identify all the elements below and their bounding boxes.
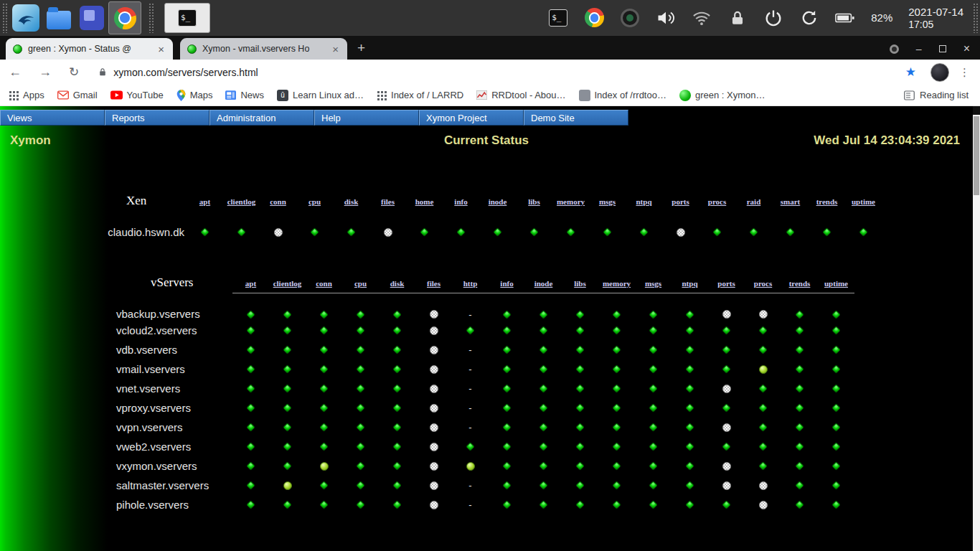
status-clear-icon[interactable] bbox=[722, 385, 731, 393]
column-link-info[interactable]: info bbox=[454, 197, 467, 206]
status-green-icon[interactable] bbox=[539, 442, 548, 451]
status-green-icon[interactable] bbox=[319, 423, 329, 432]
column-link-cpu[interactable]: cpu bbox=[308, 197, 321, 206]
status-clear-icon[interactable] bbox=[430, 310, 438, 319]
status-green-icon[interactable] bbox=[493, 227, 502, 237]
page-scrollbar[interactable] bbox=[973, 106, 980, 551]
status-green-icon[interactable] bbox=[539, 423, 548, 432]
status-green-icon[interactable] bbox=[502, 310, 512, 319]
column-link-uptime[interactable]: uptime bbox=[824, 279, 848, 288]
status-green-icon[interactable] bbox=[685, 461, 694, 471]
kali-menu-button[interactable] bbox=[9, 1, 42, 34]
column-link-info[interactable]: info bbox=[500, 279, 513, 288]
status-green-icon[interactable] bbox=[649, 384, 658, 393]
status-green-icon[interactable] bbox=[795, 326, 804, 335]
wifi-button[interactable] bbox=[692, 8, 712, 28]
status-green-icon[interactable] bbox=[831, 345, 841, 354]
status-green-icon[interactable] bbox=[612, 461, 621, 471]
status-green-icon[interactable] bbox=[575, 345, 585, 354]
status-green-icon[interactable] bbox=[246, 500, 255, 509]
status-clear-icon[interactable] bbox=[430, 326, 438, 335]
status-green-icon[interactable] bbox=[649, 481, 658, 490]
status-green-icon[interactable] bbox=[831, 326, 841, 335]
tab-close-button[interactable]: × bbox=[331, 43, 340, 55]
status-green-icon[interactable] bbox=[246, 364, 255, 374]
power-button[interactable] bbox=[763, 8, 783, 28]
status-green-icon[interactable] bbox=[347, 227, 356, 237]
bookmark-star-button[interactable]: ★ bbox=[898, 65, 923, 80]
status-green-icon[interactable] bbox=[319, 481, 329, 490]
status-green-icon[interactable] bbox=[649, 403, 658, 413]
column-link-conn[interactable]: conn bbox=[270, 197, 286, 206]
status-clear-icon[interactable] bbox=[430, 404, 438, 413]
status-green-icon[interactable] bbox=[649, 326, 658, 335]
status-green-icon[interactable] bbox=[786, 227, 795, 237]
status-green-icon[interactable] bbox=[539, 461, 548, 471]
bookmark-rrdtool[interactable]: RRDtool - Abou… bbox=[470, 90, 572, 100]
status-green-icon[interactable] bbox=[246, 481, 255, 490]
status-green-icon[interactable] bbox=[246, 403, 255, 413]
browser-menu-button[interactable]: ⋮ bbox=[956, 66, 980, 79]
status-green-icon[interactable] bbox=[539, 481, 548, 490]
status-green-icon[interactable] bbox=[539, 326, 548, 335]
column-link-memory[interactable]: memory bbox=[603, 279, 631, 288]
status-green-icon[interactable] bbox=[758, 461, 768, 471]
status-green-icon[interactable] bbox=[283, 364, 292, 374]
browser-tab-inactive[interactable]: Xymon - vmail.vservers Ho × bbox=[180, 38, 347, 60]
status-green-icon[interactable] bbox=[831, 423, 841, 432]
status-green-icon[interactable] bbox=[685, 364, 694, 374]
column-link-clientlog[interactable]: clientlog bbox=[227, 197, 256, 206]
status-clear-icon[interactable] bbox=[759, 310, 768, 319]
status-clear-icon[interactable] bbox=[759, 481, 768, 490]
status-green-icon[interactable] bbox=[831, 364, 841, 374]
status-green-icon[interactable] bbox=[356, 310, 365, 319]
column-link-procs[interactable]: procs bbox=[708, 197, 726, 206]
clock[interactable]: 2021-07-14 17:05 bbox=[908, 6, 963, 31]
column-link-home[interactable]: home bbox=[415, 197, 434, 206]
status-clear-icon[interactable] bbox=[430, 365, 438, 374]
status-green-icon[interactable] bbox=[283, 461, 292, 471]
status-green-icon[interactable] bbox=[319, 326, 329, 335]
status-green-icon[interactable] bbox=[575, 384, 585, 393]
status-green-icon[interactable] bbox=[246, 326, 255, 335]
column-link-inode[interactable]: inode bbox=[534, 279, 553, 288]
maximize-button[interactable] bbox=[939, 45, 946, 52]
status-clear-icon[interactable] bbox=[430, 346, 438, 354]
status-clear-icon[interactable] bbox=[722, 310, 731, 319]
status-green-icon[interactable] bbox=[685, 423, 694, 432]
status-green-icon[interactable] bbox=[566, 227, 575, 237]
new-tab-button[interactable]: + bbox=[357, 40, 365, 56]
column-link-trends[interactable]: trends bbox=[789, 279, 811, 288]
status-green-icon[interactable] bbox=[685, 384, 694, 393]
status-green-icon[interactable] bbox=[649, 500, 658, 509]
column-link-trends[interactable]: trends bbox=[816, 197, 838, 206]
status-green-icon[interactable] bbox=[539, 310, 548, 319]
status-green-icon[interactable] bbox=[722, 364, 731, 374]
status-green-icon[interactable] bbox=[502, 384, 512, 393]
column-link-libs[interactable]: libs bbox=[574, 279, 586, 288]
status-green-icon[interactable] bbox=[685, 481, 694, 490]
status-green-icon[interactable] bbox=[356, 500, 365, 509]
column-link-ntpq[interactable]: ntpq bbox=[682, 279, 697, 288]
nav-demo-site[interactable]: Demo Site bbox=[524, 110, 628, 126]
status-green-icon[interactable] bbox=[575, 310, 585, 319]
status-green-icon[interactable] bbox=[392, 423, 402, 432]
status-green-icon[interactable] bbox=[319, 345, 329, 354]
status-clear-icon[interactable] bbox=[722, 423, 731, 432]
logout-button[interactable] bbox=[799, 8, 819, 28]
status-green-icon[interactable] bbox=[603, 227, 612, 237]
scrollbar-thumb[interactable] bbox=[974, 116, 979, 195]
status-green-icon[interactable] bbox=[283, 423, 292, 432]
status-green-icon[interactable] bbox=[283, 310, 292, 319]
status-clear-icon[interactable] bbox=[430, 423, 438, 432]
status-green-icon[interactable] bbox=[392, 481, 402, 490]
status-green-icon[interactable] bbox=[831, 481, 841, 490]
status-green-icon[interactable] bbox=[612, 423, 621, 432]
status-green-icon[interactable] bbox=[319, 364, 329, 374]
panel-handle[interactable] bbox=[973, 3, 978, 33]
status-green-icon[interactable] bbox=[612, 326, 621, 335]
status-clear-icon[interactable] bbox=[722, 481, 731, 490]
status-green-icon[interactable] bbox=[356, 403, 365, 413]
tray-screen-recorder-button[interactable] bbox=[620, 8, 640, 28]
bookmark-learn-linux[interactable]: û Learn Linux ad… bbox=[270, 90, 370, 101]
